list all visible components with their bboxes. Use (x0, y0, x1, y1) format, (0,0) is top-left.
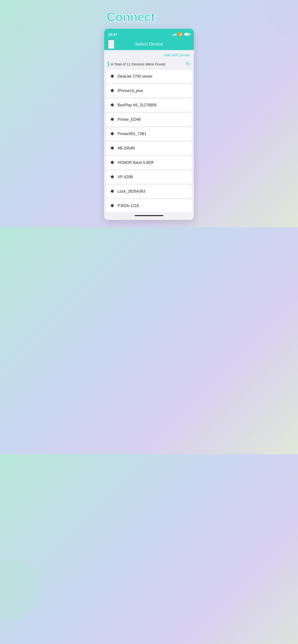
device-list: ✱ DeskJet 2700 series ✱ iPhone14_plus ✱ … (104, 70, 194, 212)
status-time: 15:37 (108, 32, 117, 36)
bluetooth-icon: ✱ (109, 102, 115, 108)
nav-title: Select Device (135, 42, 163, 47)
device-name: Printer_ED48 (117, 118, 140, 122)
teal-accent-bar (108, 61, 109, 66)
bluetooth-icon: ✱ (109, 88, 115, 94)
bluetooth-icon: ✱ (109, 160, 115, 165)
device-name: DeskJet 2700 series (117, 74, 152, 78)
devices-header: A Total of 11 Devices Were Found ↻ (104, 59, 194, 70)
device-name: iPhone14_plus (117, 89, 143, 93)
devices-header-left: A Total of 11 Devices Were Found (108, 61, 165, 66)
add-wifi-row: Add WiFi printer (104, 50, 194, 59)
bluetooth-icon: ✱ (109, 146, 115, 151)
device-name: Printer001_73B1 (117, 132, 146, 136)
phone-frame: 15:37 📶 ‹ Select Device Add WiFi printer (104, 29, 194, 220)
bluetooth-icon: ✱ (109, 131, 115, 136)
list-item[interactable]: ✱ HONOR Band 5-BDF (106, 156, 192, 169)
battery-icon (184, 33, 190, 36)
signal-bar-1 (172, 35, 173, 36)
device-name: HONOR Band 5-BDF (117, 160, 154, 165)
page-title: Connect (99, 0, 199, 29)
battery-fill (185, 33, 189, 35)
list-item[interactable]: ✱ Printer001_73B1 (106, 128, 192, 140)
signal-bar-2 (173, 34, 174, 36)
bluetooth-icon: ✱ (109, 203, 115, 208)
device-name: XP-420B (117, 175, 133, 179)
bluetooth-icon: ✱ (109, 174, 115, 180)
bluetooth-icon: ✱ (109, 74, 115, 79)
list-item[interactable]: ✱ XP-420B (106, 170, 192, 184)
signal-bar-3 (175, 34, 175, 36)
list-item[interactable]: ✱ Printer_ED48 (106, 113, 192, 126)
signal-bar-4 (176, 33, 176, 36)
home-indicator-bar (135, 215, 163, 216)
device-name: P302A-121E (117, 204, 139, 208)
device-name: Lock_2826A363 (117, 189, 145, 194)
list-item[interactable]: ✱ iPhone14_plus (106, 84, 192, 97)
list-item[interactable]: ✱ DeskJet 2700 series (106, 70, 192, 83)
list-item[interactable]: ✱ P302A-121E (106, 199, 192, 212)
bluetooth-icon: ✱ (109, 117, 115, 122)
wifi-icon: 📶 (178, 32, 182, 36)
device-name: 4B-2054N (117, 146, 135, 150)
back-button[interactable]: ‹ (108, 40, 114, 49)
status-bar: 15:37 📶 (104, 29, 194, 39)
list-item[interactable]: ✱ BeoPlay A9_31276806 (106, 99, 192, 112)
list-item[interactable]: ✱ Lock_2826A363 (106, 185, 192, 198)
content-area: Add WiFi printer A Total of 11 Devices W… (104, 50, 194, 220)
status-icons: 📶 (172, 32, 190, 36)
devices-count-text: A Total of 11 Devices Were Found (111, 62, 165, 66)
list-item[interactable]: ✱ 4B-2054N (106, 142, 192, 155)
add-wifi-printer-button[interactable]: Add WiFi printer (164, 53, 190, 57)
home-indicator-area (104, 212, 194, 220)
bluetooth-icon: ✱ (109, 189, 115, 194)
refresh-icon[interactable]: ↻ (186, 61, 190, 67)
signal-bars-icon (172, 33, 176, 36)
nav-bar: ‹ Select Device (104, 39, 194, 50)
device-name: BeoPlay A9_31276806 (117, 103, 157, 107)
